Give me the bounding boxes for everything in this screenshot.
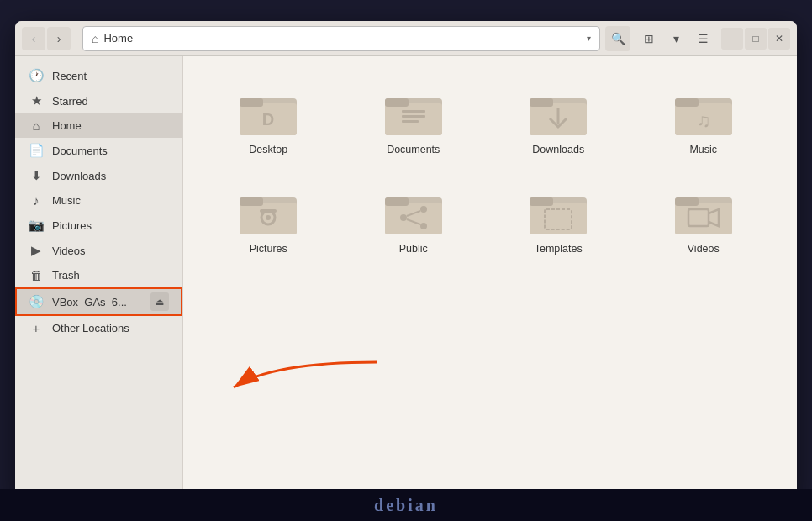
menu-button[interactable]: ☰ <box>691 27 714 50</box>
eject-icon: ⏏ <box>156 297 164 308</box>
folder-music-icon: ♫ <box>673 87 734 137</box>
sidebar-item-vbox[interactable]: 💿 VBox_GAs_6... ⏏ <box>15 287 182 316</box>
other-locations-icon: + <box>29 321 44 335</box>
sidebar-item-other-locations[interactable]: + Other Locations <box>15 316 182 340</box>
arrow-svg <box>225 345 393 396</box>
forward-button[interactable]: › <box>47 27 71 50</box>
taskbar-label: debian <box>374 496 438 515</box>
svg-point-22 <box>266 215 271 220</box>
recent-icon: 🕐 <box>29 68 44 83</box>
sidebar-item-documents[interactable]: 📄 Documents <box>15 138 182 163</box>
arrow-annotation <box>225 345 393 399</box>
svg-rect-20 <box>240 197 263 206</box>
svg-rect-38 <box>675 197 699 206</box>
trash-icon: 🗑 <box>29 268 44 282</box>
svg-point-29 <box>420 223 427 229</box>
folder-desktop-icon: D <box>238 87 298 137</box>
sidebar-label-recent: Recent <box>52 70 169 82</box>
search-icon: 🔍 <box>611 32 625 45</box>
forward-icon: › <box>57 32 61 45</box>
sidebar-item-trash[interactable]: 🗑 Trash <box>15 263 182 287</box>
sidebar-item-home[interactable]: ⌂ Home <box>15 113 182 138</box>
folder-label-downloads: Downloads <box>532 144 584 155</box>
titlebar: ‹ › ⌂ Home ▾ 🔍 ⊞ ▾ <box>15 21 797 56</box>
sidebar-label-trash: Trash <box>52 269 169 282</box>
sidebar-label-home: Home <box>52 119 169 132</box>
titlebar-right: ⊞ ▾ ☰ <box>637 27 714 50</box>
minimize-icon: ─ <box>729 33 736 45</box>
folder-documents-icon <box>383 87 444 137</box>
sidebar-label-documents: Documents <box>52 145 169 157</box>
svg-rect-7 <box>402 110 425 113</box>
sidebar: 🕐 Recent ★ Starred ⌂ Home 📄 Documents ⬇ <box>15 56 183 500</box>
search-button[interactable]: 🔍 <box>605 26 630 51</box>
view-toggle-button[interactable]: ⊞ <box>637 27 661 50</box>
folders-grid: D Desktop <box>200 73 772 263</box>
svg-rect-5 <box>385 103 442 135</box>
downloads-icon: ⬇ <box>29 168 44 183</box>
view-dropdown-icon: ▾ <box>673 32 679 45</box>
folder-public-icon <box>383 186 444 236</box>
menu-icon: ☰ <box>698 32 709 45</box>
folder-templates-icon <box>528 186 588 236</box>
close-icon: ✕ <box>775 33 783 45</box>
pictures-icon: 📷 <box>29 218 44 233</box>
svg-text:♫: ♫ <box>697 110 711 131</box>
folder-label-desktop: Desktop <box>249 144 287 155</box>
view-dropdown-button[interactable]: ▾ <box>664 27 688 50</box>
minimize-button[interactable]: ─ <box>721 28 743 50</box>
address-bar[interactable]: ⌂ Home ▾ <box>82 26 600 51</box>
home-icon: ⌂ <box>92 32 98 45</box>
folder-label-pictures: Pictures <box>250 243 287 255</box>
folder-pictures-icon <box>238 186 298 236</box>
main-area: D Desktop <box>183 56 797 500</box>
svg-rect-26 <box>385 197 409 206</box>
taskbar: debian <box>0 489 812 521</box>
folder-pictures[interactable]: Pictures <box>200 172 337 263</box>
sidebar-item-starred[interactable]: ★ Starred <box>15 88 182 113</box>
svg-rect-23 <box>260 209 277 213</box>
vbox-icon: 💿 <box>29 294 44 309</box>
videos-icon: ▶ <box>29 243 44 258</box>
folder-documents[interactable]: Documents <box>345 73 482 164</box>
sidebar-item-videos[interactable]: ▶ Videos <box>15 238 182 263</box>
window-controls: ─ □ ✕ <box>721 28 790 50</box>
folder-music[interactable]: ♫ Music <box>635 73 772 164</box>
svg-point-28 <box>420 206 427 213</box>
view-icon: ⊞ <box>644 32 654 45</box>
content-area: 🕐 Recent ★ Starred ⌂ Home 📄 Documents ⬇ <box>15 56 797 500</box>
folder-label-videos: Videos <box>688 243 720 255</box>
sidebar-item-downloads[interactable]: ⬇ Downloads <box>15 163 182 188</box>
folder-downloads-icon <box>528 87 588 137</box>
svg-rect-16 <box>675 98 699 107</box>
svg-rect-37 <box>675 203 732 234</box>
eject-button[interactable]: ⏏ <box>150 292 169 311</box>
folder-label-templates: Templates <box>535 243 583 255</box>
folder-videos-icon <box>673 186 734 236</box>
svg-rect-6 <box>385 98 409 107</box>
address-dropdown-icon: ▾ <box>587 34 591 43</box>
folder-downloads[interactable]: Downloads <box>490 73 627 164</box>
sidebar-item-music[interactable]: ♪ Music <box>15 188 182 213</box>
nav-buttons: ‹ › <box>22 27 71 50</box>
sidebar-item-recent[interactable]: 🕐 Recent <box>15 63 182 88</box>
sidebar-label-music: Music <box>52 194 169 207</box>
sidebar-label-other-locations: Other Locations <box>52 322 169 334</box>
close-button[interactable]: ✕ <box>768 28 790 50</box>
sidebar-label-downloads: Downloads <box>52 170 169 182</box>
svg-rect-12 <box>530 98 553 107</box>
folder-desktop[interactable]: D Desktop <box>200 73 337 164</box>
music-icon: ♪ <box>29 193 44 208</box>
folder-videos[interactable]: Videos <box>635 172 772 263</box>
svg-rect-8 <box>402 115 425 118</box>
back-button[interactable]: ‹ <box>22 27 45 50</box>
back-icon: ‹ <box>32 32 36 45</box>
file-manager-window: ‹ › ⌂ Home ▾ 🔍 ⊞ ▾ <box>15 21 797 500</box>
sidebar-label-vbox: VBox_GAs_6... <box>52 296 142 308</box>
sidebar-item-pictures[interactable]: 📷 Pictures <box>15 213 182 238</box>
maximize-button[interactable]: □ <box>745 28 767 50</box>
folder-public[interactable]: Public <box>345 172 482 263</box>
folder-templates[interactable]: Templates <box>490 172 627 263</box>
folder-label-documents: Documents <box>387 144 440 155</box>
starred-icon: ★ <box>29 93 44 108</box>
